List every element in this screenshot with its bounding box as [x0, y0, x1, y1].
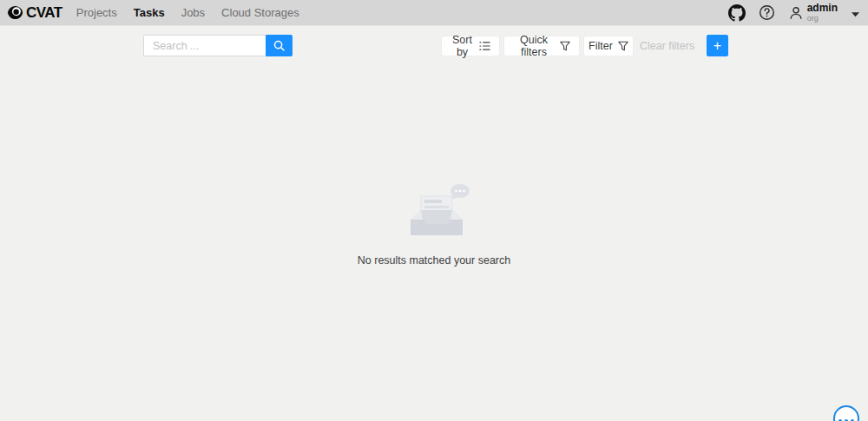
user-menu[interactable]: admin org [788, 3, 859, 23]
cvat-logo[interactable]: CVAT [7, 4, 62, 22]
create-task-button[interactable]: + [707, 35, 728, 56]
plus-icon: + [713, 39, 721, 53]
user-icon [788, 5, 804, 21]
search-group [143, 35, 293, 56]
cvat-eye-icon [7, 4, 23, 21]
empty-inbox-illustration [406, 178, 474, 244]
user-identity: admin org [807, 3, 838, 23]
chat-widget-button[interactable] [833, 405, 859, 421]
nav-item-cloud-storages[interactable]: Cloud Storages [221, 6, 299, 19]
sort-by-button[interactable]: Sort by [441, 36, 500, 56]
filter-label: Filter [589, 40, 613, 52]
search-icon [273, 40, 285, 51]
tasks-toolbar: Sort by Quick filters Filter Clear filte… [0, 35, 868, 57]
user-org: org [807, 15, 838, 23]
funnel-icon [560, 41, 570, 51]
sort-by-label: Sort by [450, 34, 474, 58]
main-nav: Projects Tasks Jobs Cloud Storages [76, 6, 299, 19]
github-icon[interactable] [728, 4, 746, 22]
cvat-logo-text: CVAT [26, 4, 62, 22]
nav-item-jobs[interactable]: Jobs [181, 6, 205, 19]
clear-filters-button[interactable]: Clear filters [640, 40, 694, 52]
sort-list-icon [479, 41, 490, 51]
caret-down-icon[interactable] [852, 5, 859, 21]
user-name: admin [807, 3, 838, 13]
funnel-icon [618, 41, 628, 51]
search-input[interactable] [143, 35, 266, 56]
quick-filters-button[interactable]: Quick filters [503, 36, 580, 56]
help-icon[interactable] [759, 4, 775, 21]
header-right-section: admin org [728, 3, 859, 23]
empty-state: No results matched your search [0, 178, 868, 266]
nav-item-projects[interactable]: Projects [76, 6, 117, 19]
filter-button[interactable]: Filter [583, 36, 634, 56]
empty-state-message: No results matched your search [358, 254, 510, 266]
search-button[interactable] [266, 35, 293, 56]
quick-filters-label: Quick filters [513, 34, 555, 58]
top-navigation-bar: CVAT Projects Tasks Jobs Cloud Storages [0, 0, 868, 26]
nav-item-tasks[interactable]: Tasks [134, 6, 165, 19]
